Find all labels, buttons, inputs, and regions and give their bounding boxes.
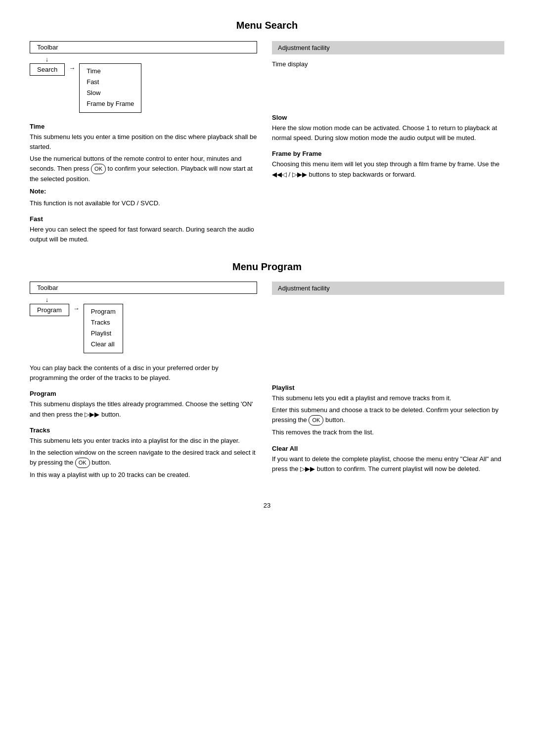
- fast-body: Here you can select the speed for fast f…: [30, 225, 257, 244]
- toolbar-box-program: Toolbar: [30, 282, 257, 294]
- list-item: Program: [91, 306, 116, 317]
- menu-search-section: Toolbar ↓ Search → Time Fast Slow Frame …: [30, 41, 504, 246]
- search-diagram: Toolbar ↓ Search → Time Fast Slow Frame …: [30, 41, 257, 113]
- ok-button-playlist: OK: [309, 415, 323, 425]
- list-item: Frame by Frame: [87, 98, 134, 109]
- tracks-body4: In this way a playlist with up to 20 tra…: [30, 470, 257, 480]
- playlist-body2: Enter this submenu and choose a track to…: [272, 405, 504, 425]
- search-box: Search: [30, 63, 65, 76]
- tracks-body3-text: button.: [91, 459, 111, 466]
- frame-by-frame-title: Frame by Frame: [272, 150, 504, 157]
- tracks-title: Tracks: [30, 426, 257, 434]
- list-item: Time: [87, 66, 134, 77]
- fast-title: Fast: [30, 215, 257, 223]
- program-sub-title: Program: [30, 390, 257, 397]
- list-item: Playlist: [91, 328, 116, 339]
- slow-title: Slow: [272, 114, 504, 121]
- playlist-title: Playlist: [272, 384, 504, 391]
- ok-button-time: OK: [91, 164, 106, 174]
- playlist-body3-text: button.: [325, 416, 345, 424]
- clear-all-body: If you want to delete the complete playl…: [272, 454, 504, 474]
- note-label: Note:: [30, 188, 46, 195]
- time-title: Time: [30, 123, 257, 130]
- list-item: Tracks: [91, 317, 116, 328]
- time-note-body: This function is not available for VCD /…: [30, 198, 257, 208]
- program-sub-body: This submenu displays the titles already…: [30, 399, 257, 419]
- menu-program-title: Menu Program: [30, 261, 504, 273]
- arrow-down-program: ↓: [30, 296, 64, 304]
- fast-section: Fast Here you can select the speed for f…: [30, 215, 257, 244]
- playlist-body4: This removes the track from the list.: [272, 427, 504, 437]
- tracks-body2-text: In the selection window on the screen na…: [30, 449, 256, 466]
- search-menu-items: Time Fast Slow Frame by Frame: [79, 63, 141, 113]
- program-subsection: Program This submenu displays the titles…: [30, 390, 257, 419]
- tracks-body2: In the selection window on the screen na…: [30, 448, 257, 468]
- search-menu-row: Search → Time Fast Slow Frame by Frame: [30, 63, 257, 113]
- time-body: This submenu lets you enter a time posit…: [30, 132, 257, 152]
- playlist-body2-text: Enter this submenu and choose a track to…: [272, 406, 498, 424]
- arrow-right-search: →: [65, 63, 79, 72]
- time-section: Time This submenu lets you enter a time …: [30, 123, 257, 208]
- list-item: Fast: [87, 77, 134, 88]
- program-menu-items: Program Tracks Playlist Clear all: [84, 304, 123, 353]
- program-diagram-col: Toolbar ↓ Program → Program Tracks Playl…: [30, 282, 257, 482]
- list-item: Clear all: [91, 339, 116, 350]
- menu-program-section: Toolbar ↓ Program → Program Tracks Playl…: [30, 282, 504, 482]
- program-intro: You can play back the contents of a disc…: [30, 363, 257, 383]
- ok-button-tracks: OK: [75, 458, 90, 468]
- menu-search-title: Menu Search: [30, 20, 504, 31]
- program-right-col: Adjustment facility Playlist This submen…: [272, 282, 504, 482]
- arrow-right-program: →: [69, 304, 84, 312]
- slow-section: Slow Here the slow motion mode can be ac…: [272, 114, 504, 143]
- time-note: Note:: [30, 187, 257, 196]
- program-menu-row: Program → Program Tracks Playlist Clear …: [30, 304, 257, 353]
- page-number: 23: [30, 502, 504, 509]
- adjustment-bar-program: Adjustment facility: [272, 282, 504, 295]
- list-item: Slow: [87, 88, 134, 98]
- frame-by-frame-body: Choosing this menu item will let you ste…: [272, 159, 504, 179]
- clear-all-section: Clear All If you want to delete the comp…: [272, 445, 504, 474]
- search-right-col: Adjustment facility Time display Slow He…: [272, 41, 504, 246]
- tracks-section: Tracks This submenu lets you enter track…: [30, 426, 257, 480]
- arrow-down-search: ↓: [30, 55, 64, 63]
- playlist-section: Playlist This submenu lets you edit a pl…: [272, 384, 504, 437]
- adjustment-bar-search: Adjustment facility: [272, 41, 504, 54]
- clear-all-title: Clear All: [272, 445, 504, 452]
- playlist-body: This submenu lets you edit a playlist an…: [272, 393, 504, 403]
- tracks-body: This submenu lets you enter tracks into …: [30, 436, 257, 446]
- program-diagram: Toolbar ↓ Program → Program Tracks Playl…: [30, 282, 257, 353]
- search-diagram-col: Toolbar ↓ Search → Time Fast Slow Frame …: [30, 41, 257, 246]
- time-display-label: Time display: [272, 59, 504, 69]
- toolbar-box: Toolbar: [30, 41, 257, 53]
- slow-body: Here the slow motion mode can be activat…: [272, 123, 504, 143]
- frame-by-frame-section: Frame by Frame Choosing this menu item w…: [272, 150, 504, 179]
- time-body2: Use the numerical buttons of the remote …: [30, 154, 257, 184]
- program-box: Program: [30, 304, 69, 316]
